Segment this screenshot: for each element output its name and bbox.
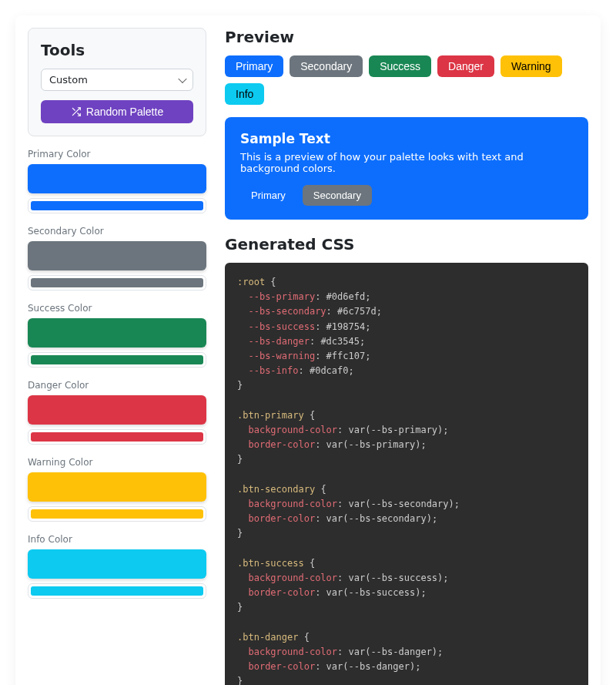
generated-css-section: Generated CSS :root { --bs-primary: #0d6… bbox=[225, 235, 588, 685]
preview-button[interactable]: Success bbox=[369, 55, 431, 77]
sample-secondary-button[interactable]: Secondary bbox=[303, 185, 372, 206]
color-label: Danger Color bbox=[28, 380, 206, 391]
sample-card: Sample Text This is a preview of how you… bbox=[225, 117, 588, 220]
sample-title: Sample Text bbox=[240, 131, 573, 146]
preview-button[interactable]: Danger bbox=[437, 55, 494, 77]
preview-button[interactable]: Secondary bbox=[290, 55, 363, 77]
tools-title: Tools bbox=[41, 41, 193, 59]
preset-select[interactable]: Custom bbox=[41, 69, 193, 91]
hex-input[interactable] bbox=[28, 275, 206, 290]
preview-button-row: PrimarySecondarySuccessDangerWarningInfo bbox=[225, 55, 588, 105]
color-swatch[interactable] bbox=[28, 472, 206, 502]
color-block: Primary Color bbox=[28, 149, 206, 213]
color-label: Primary Color bbox=[28, 149, 206, 159]
svg-line-2 bbox=[72, 108, 75, 110]
preset-select-wrap[interactable]: Custom bbox=[41, 69, 193, 91]
random-palette-label: Random Palette bbox=[86, 106, 163, 118]
preview-button[interactable]: Warning bbox=[500, 55, 562, 77]
main: Preview PrimarySecondarySuccessDangerWar… bbox=[225, 28, 588, 685]
hex-input[interactable] bbox=[28, 352, 206, 368]
sample-body: This is a preview of how your palette lo… bbox=[240, 151, 573, 174]
hex-input[interactable] bbox=[28, 198, 206, 213]
hex-input[interactable] bbox=[28, 583, 206, 599]
color-label: Secondary Color bbox=[28, 226, 206, 237]
color-label: Warning Color bbox=[28, 457, 206, 468]
color-block: Danger Color bbox=[28, 380, 206, 445]
color-block: Secondary Color bbox=[28, 226, 206, 290]
color-label: Info Color bbox=[28, 534, 206, 545]
color-swatch[interactable] bbox=[28, 164, 206, 193]
random-palette-button[interactable]: Random Palette bbox=[41, 100, 193, 123]
preview-button[interactable]: Info bbox=[225, 83, 264, 105]
color-swatch[interactable] bbox=[28, 549, 206, 579]
color-swatch[interactable] bbox=[28, 395, 206, 425]
generated-css-title: Generated CSS bbox=[225, 235, 588, 254]
color-block: Success Color bbox=[28, 303, 206, 368]
color-swatch[interactable] bbox=[28, 241, 206, 270]
shuffle-icon bbox=[71, 106, 82, 117]
tools-card: Tools Custom Random Palette bbox=[28, 28, 206, 136]
sidebar: Tools Custom Random Palette Primary Colo… bbox=[28, 28, 206, 685]
color-swatch[interactable] bbox=[28, 318, 206, 348]
hex-input[interactable] bbox=[28, 429, 206, 445]
color-block: Info Color bbox=[28, 534, 206, 599]
hex-input[interactable] bbox=[28, 506, 206, 522]
preview-button[interactable]: Primary bbox=[225, 55, 283, 77]
color-block: Warning Color bbox=[28, 457, 206, 522]
preview-section: Preview PrimarySecondarySuccessDangerWar… bbox=[225, 28, 588, 220]
generated-css-code[interactable]: :root { --bs-primary: #0d6efd; --bs-seco… bbox=[225, 263, 588, 685]
preview-title: Preview bbox=[225, 28, 588, 46]
color-label: Success Color bbox=[28, 303, 206, 314]
sample-primary-button[interactable]: Primary bbox=[240, 185, 296, 206]
